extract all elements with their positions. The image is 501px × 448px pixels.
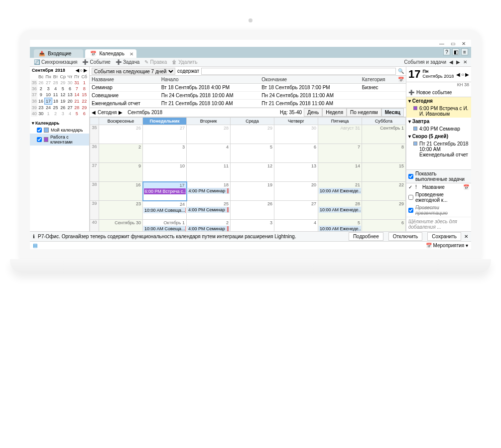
disable-button[interactable]: Отключить [388,232,423,241]
table-row[interactable]: СеминарВт 18 Сентябрь 2018 4:00 PMВт 18 … [90,84,406,92]
save-button[interactable]: Сохранить [427,232,461,241]
calendar-cell[interactable]: Сентябрь 1 [362,125,406,144]
calendar-cell[interactable]: 184:00 PM Семинар [187,182,231,201]
table-header[interactable]: Название [90,76,159,84]
calendar-cell[interactable]: 2110:00 AM Еженеде... [318,182,362,201]
minimize-button[interactable]: — [438,41,445,47]
new-event-button[interactable]: ➕ Событие [82,59,110,65]
maximize-button[interactable]: ▭ [449,41,456,47]
calendar-cell[interactable]: 13 [274,163,318,182]
new-task-button[interactable]: ➕ Задача [116,59,140,65]
calendar-cell[interactable]: 26 [231,201,274,220]
calendar-cell[interactable]: Октябрь 110:00 AM Совеща... [143,220,187,232]
agenda-group[interactable]: ▾ Сегодня [406,97,471,105]
calendar-cell[interactable]: 9 [99,163,143,182]
agenda-group[interactable]: ▾ Скоро (5 дней) [406,133,471,140]
calendar-cell[interactable]: 24:00 PM Семинар [187,220,231,232]
minical-next[interactable]: ▶ [84,68,87,73]
task-row[interactable]: Провести презентацию [406,204,471,217]
calendar-cell[interactable]: 27 [143,125,187,144]
calendar-item[interactable]: Работа с клиентами [30,134,89,146]
view-tab[interactable]: Неделя [322,108,347,117]
calendar-event[interactable]: 10:00 AM Еженеде... [319,226,361,231]
calendar-cell[interactable]: 176:00 PM Встреча с... [143,182,187,201]
view-tab[interactable]: По неделям [347,108,381,117]
table-row[interactable]: СовещаниеПн 24 Сентябрь 2018 10:00 AMПн … [90,92,406,100]
calendar-cell[interactable]: Август 31 [318,125,362,144]
close-icon[interactable]: ✕ [129,51,133,57]
sync-button[interactable]: 🔄 Синхронизация [34,59,77,65]
calendars-header[interactable]: ▾ Календарь [30,120,89,127]
calendar-event[interactable]: 4:00 PM Семинар [187,207,230,213]
mini-calendar[interactable]: ВсПнВтСрЧтПтСб35262728293031136234567837… [30,74,89,117]
calendar-cell[interactable]: 6 [362,220,406,232]
table-row[interactable]: Еженедельный отчетПт 21 Сентябрь 2018 10… [90,100,406,108]
close-notif-icon[interactable]: ✕ [464,234,468,239]
rp-next[interactable]: ▶ [465,72,469,77]
nav-prev[interactable]: ◀ [92,110,96,115]
nav-next[interactable]: ▶ [119,110,123,115]
tab-calendar[interactable]: 📅Календарь✕ [85,49,136,58]
show-done-checkbox[interactable] [408,174,413,179]
search-input[interactable] [201,68,396,75]
box1-icon[interactable]: ? [443,48,450,55]
calendar-cell[interactable]: 27 [274,201,318,220]
calendar-event[interactable]: 10:00 AM Совеща... [143,207,186,213]
nav-today[interactable]: Сегодня [98,110,117,115]
col-menu-icon[interactable]: 📅 [396,76,406,84]
agenda-item[interactable]: Пт 21 Сентябрь 2018 10:00 AM Еженедельны… [406,140,471,158]
calendar-cell[interactable]: 29 [362,201,406,220]
agenda-item[interactable]: 4:00 PM Семинар [406,125,471,133]
search-icon[interactable]: 🔍 [398,68,404,74]
calendar-cell[interactable]: 5 [231,144,274,163]
rp-prev[interactable]: ◀ [456,72,460,77]
calendar-cell[interactable]: 10 [143,163,187,182]
agenda-item[interactable]: 6:00 PM Встреча с И. И. Ивановым [406,105,471,118]
calendar-cell[interactable]: 2810:00 AM Еженеде... [318,201,362,220]
more-button[interactable]: Подробнее [349,232,383,241]
calendar-cell[interactable]: 7 [318,144,362,163]
calendar-cell[interactable]: 2 [99,144,143,163]
calendar-cell[interactable]: 14 [318,163,362,182]
calendar-cell[interactable]: 30 [274,125,318,144]
agenda-group[interactable]: ▾ Завтра [406,118,471,125]
calendar-cell[interactable]: 12 [231,163,274,182]
table-header[interactable]: Начало [159,76,260,84]
edit-button[interactable]: ✎ Правка [144,59,167,65]
close-button[interactable]: ✕ [460,41,467,47]
table-header[interactable]: Категория [360,76,396,84]
calendar-cell[interactable]: 16 [99,182,143,201]
calendar-cell[interactable]: 20 [274,182,318,201]
table-header[interactable]: Окончание [259,76,360,84]
calendar-cell[interactable]: 23 [99,201,143,220]
box2-icon[interactable]: ◧ [452,48,459,55]
calendar-cell[interactable]: 254:00 PM Семинар [187,201,231,220]
events-dropdown[interactable]: 📅 Мероприятия ▾ [426,243,468,248]
calendar-item[interactable]: Мой календарь [30,127,89,134]
calendar-cell[interactable]: 29 [231,125,274,144]
menu-icon[interactable]: ≡ [461,48,468,55]
calendar-event[interactable]: 4:00 PM Семинар [187,226,230,231]
calendar-cell[interactable]: 2410:00 AM Совеща... [143,201,187,220]
calendar-event[interactable]: 4:00 PM Семинар [188,188,230,194]
calendar-cell[interactable]: 4 [274,220,318,232]
task-row[interactable]: Проведение ежегодной к... [406,191,471,204]
next-icon[interactable]: ▶ [456,59,460,65]
new-event-link[interactable]: ➕ Новое событие [406,88,471,97]
calendar-event[interactable]: 10:00 AM Еженеде... [319,188,361,194]
calendar-cell[interactable]: 4 [187,144,231,163]
calendar-cell[interactable]: 15 [362,163,406,182]
range-select[interactable]: События на следующие 7 дней [92,68,175,75]
calendar-cell[interactable]: 3 [231,220,274,232]
calendar-event[interactable]: 10:00 AM Совеща... [143,226,186,231]
add-task[interactable]: Щёлкните здесь для добавления ... [406,217,471,231]
calendar-cell[interactable]: 28 [187,125,231,144]
tab-inbox[interactable]: 📥Входящие [34,49,83,58]
view-tab[interactable]: День [304,108,322,117]
calendar-cell[interactable]: 6 [274,144,318,163]
minical-prev[interactable]: ◀ [76,68,79,73]
rp-today[interactable]: ○ [461,72,464,77]
calendar-cell[interactable]: 19 [231,182,274,201]
calendar-cell[interactable]: 3 [143,144,187,163]
calendar-cell[interactable]: 26 [99,125,143,144]
